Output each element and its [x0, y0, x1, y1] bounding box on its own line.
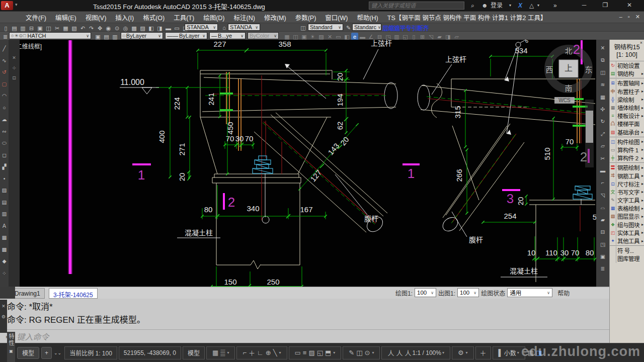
minimize-button[interactable]: ─	[577, 2, 592, 9]
menu-item[interactable]: 绘图(D)	[199, 15, 229, 22]
track-toggles[interactable]: ▭≡▨◱⬒▾	[289, 346, 342, 359]
palette-item[interactable]: 图库管理	[610, 254, 644, 262]
palette-item[interactable]: 文书写文字▸	[610, 188, 644, 196]
menu-item[interactable]: 标注(N)	[229, 15, 260, 22]
status-toggle-icon[interactable]: ╲	[273, 349, 277, 356]
palette-item[interactable]: ▧图层显示▸	[610, 212, 644, 220]
a360-caret-icon[interactable]: ▾	[537, 2, 539, 10]
annotation-toggles[interactable]: ✎◫⊙▾	[343, 346, 380, 359]
status-toggle-icon[interactable]: ⊙	[365, 349, 370, 356]
palette-item[interactable]: ✦其他工具▸	[610, 237, 644, 245]
modify-tool-icon[interactable]: ◫	[597, 66, 609, 78]
new-layout-button[interactable]: +	[41, 347, 52, 359]
modify-tool-icon[interactable]: ▬	[597, 164, 609, 176]
menu-item[interactable]: 插入(I)	[111, 15, 138, 22]
status-toggle-icon[interactable]: ▨	[308, 349, 314, 356]
menu-item[interactable]: 帮助(H)	[352, 15, 382, 22]
palette-item[interactable]: ▭算构件 1▸	[610, 146, 644, 154]
modify-tool-icon[interactable]: ◹	[597, 189, 609, 201]
status-toggle-icon[interactable]: 人	[387, 349, 394, 357]
draw-tool-icon[interactable]: ▢	[1, 78, 9, 90]
restore-button[interactable]: ❐	[598, 2, 613, 9]
palette-item[interactable]: ▦表格绘制▸	[610, 204, 644, 212]
menu-item[interactable]: 工具(T)	[169, 15, 199, 22]
units-select[interactable]: ▌小数▾	[493, 346, 525, 359]
palette-item[interactable]: ▨基础承台▸	[610, 128, 644, 136]
palette-item[interactable]: ⊡尺寸标注▸	[610, 180, 644, 188]
tab-drawing1[interactable]: Drawing1	[10, 288, 45, 299]
dimstyle-icon[interactable]: ◫	[299, 24, 307, 32]
palette-item[interactable]: ≡楼板设计▸	[610, 112, 644, 120]
palette-close-icon[interactable]: ×	[640, 40, 642, 45]
palette-item[interactable]: ▦墙体绘制▸	[610, 104, 644, 112]
model-tab[interactable]: 模型	[17, 347, 39, 359]
grid-toggles[interactable]: ▦▒▾	[206, 346, 235, 359]
draw-tool-icon[interactable]: ∿	[1, 55, 9, 67]
drawing-viewport[interactable]: [-][俯视][二维线框]	[20, 40, 596, 287]
dimstyle-combo[interactable]: Standard∨	[308, 24, 343, 31]
modify-tool-icon[interactable]: ▦	[597, 91, 609, 103]
layer-combo[interactable]: ○☀⊙□ HATCH∨	[9, 32, 91, 39]
exchange-apps-icon[interactable]: X	[518, 2, 522, 10]
space-toggle[interactable]: 模型	[183, 346, 205, 359]
palette-item[interactable]: ⊞布置轴网▸	[610, 79, 644, 87]
draw-scale-select[interactable]: 100∨	[415, 288, 436, 297]
status-toggle-icon[interactable]: 人	[405, 349, 412, 357]
draw-tool-icon[interactable]: ▥	[1, 208, 9, 220]
palette-item[interactable]: 符 号...	[610, 246, 644, 254]
close-button[interactable]: ✕	[622, 2, 637, 9]
help-search-input[interactable]	[369, 2, 464, 10]
logo-caret-icon[interactable]: ▾	[15, 2, 18, 7]
command-line-panel[interactable]: 命令: *取消* 命令: RG REGEN 正在重生成模型。 ▸ ‐ 键入命令	[0, 299, 609, 343]
menu-item[interactable]: 视图(V)	[81, 15, 111, 22]
snap-toggles[interactable]: ⌐＋∟⊕╲▾	[236, 346, 287, 359]
panel-close-icon[interactable]: ✕	[10, 54, 19, 62]
modify-tool-icon[interactable]: ⊟	[597, 226, 609, 238]
modify-tool-icon[interactable]: ▰	[597, 214, 609, 226]
textstyle-icon[interactable]: ✎	[344, 24, 353, 32]
modify-tool-icon[interactable]: ▱	[597, 140, 609, 152]
lineweight-combo[interactable]: —B...ye∨	[209, 32, 246, 39]
coordinates-readout[interactable]: 521955, -438069, 0	[119, 346, 181, 359]
status-toggle-icon[interactable]: ⊕	[266, 349, 271, 356]
draw-tool-icon[interactable]: ⬭	[1, 137, 9, 149]
tab-active-drawing[interactable]: 3-托架-140625	[49, 288, 98, 299]
draw-tool-icon[interactable]: ▨	[1, 185, 9, 197]
draw-state-select[interactable]: 通用∨	[507, 288, 552, 297]
draw-tool-icon[interactable]: ╱	[1, 43, 9, 55]
status-caret-icon[interactable]: ▾	[279, 350, 281, 355]
menu-item[interactable]: 编辑(E)	[51, 15, 81, 22]
a360-icon[interactable]: △	[529, 2, 534, 10]
login-caret-icon[interactable]: ▾	[509, 2, 511, 10]
palette-item[interactable]: ↻初始设置	[610, 61, 644, 69]
status-toggle-icon[interactable]: ∟	[257, 349, 264, 356]
style-combo[interactable]: STANDA∨	[228, 24, 260, 31]
draw-tool-icon[interactable]: ○	[1, 102, 9, 114]
status-toggle-icon[interactable]: ⌐	[243, 349, 247, 356]
textstyle-combo[interactable]: Standarc∨	[352, 24, 381, 31]
palette-item[interactable]: ▤钢结构▸	[610, 69, 644, 77]
palette-item[interactable]: ヰ钢筋工具▸	[610, 171, 644, 179]
customize-icon[interactable]: ⚙	[0, 313, 7, 321]
draw-tool-icon[interactable]: ◠	[1, 90, 9, 102]
modify-tool-icon[interactable]: ✕	[597, 42, 609, 54]
palette-item[interactable]: ❖组与图块▸	[610, 221, 644, 229]
modify-tool-icon[interactable]: ⌓	[597, 201, 609, 213]
settings-button[interactable]: ⚙▾	[452, 346, 474, 359]
menu-item[interactable]: 修改(M)	[260, 15, 291, 22]
menu-item[interactable]: 参数(P)	[291, 15, 321, 22]
layout-expand-icon[interactable]: ⌄⌄	[54, 350, 61, 355]
draw-tool-icon[interactable]: ⁘	[1, 267, 9, 280]
workspace-combo[interactable]: STANDA∨	[185, 24, 218, 31]
close-icon[interactable]: ✕	[0, 302, 7, 310]
modify-tool-icon[interactable]: ▣	[597, 250, 609, 262]
draw-tool-icon[interactable]: ☁	[1, 114, 9, 126]
status-caret-icon[interactable]: ▾	[227, 350, 229, 355]
modify-tool-icon[interactable]: ≣	[597, 262, 609, 275]
properties-palette-tab[interactable]: 特性▣	[7, 332, 15, 362]
draw-tool-icon[interactable]: ◻	[1, 149, 9, 161]
draw-tool-icon[interactable]: •	[1, 173, 9, 185]
modify-tool-icon[interactable]: ⤢	[597, 128, 609, 140]
draw-tool-icon[interactable]: ▞	[1, 161, 9, 173]
palette-item[interactable]: ✎文字工具▸	[610, 196, 644, 204]
